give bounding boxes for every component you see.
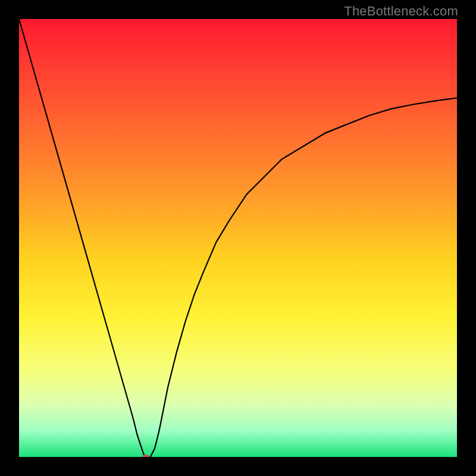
plot-area (19, 19, 457, 457)
chart-svg (19, 19, 457, 457)
chart-frame: TheBottleneck.com (0, 0, 476, 476)
gradient-background (19, 19, 457, 457)
watermark-text: TheBottleneck.com (344, 4, 458, 19)
